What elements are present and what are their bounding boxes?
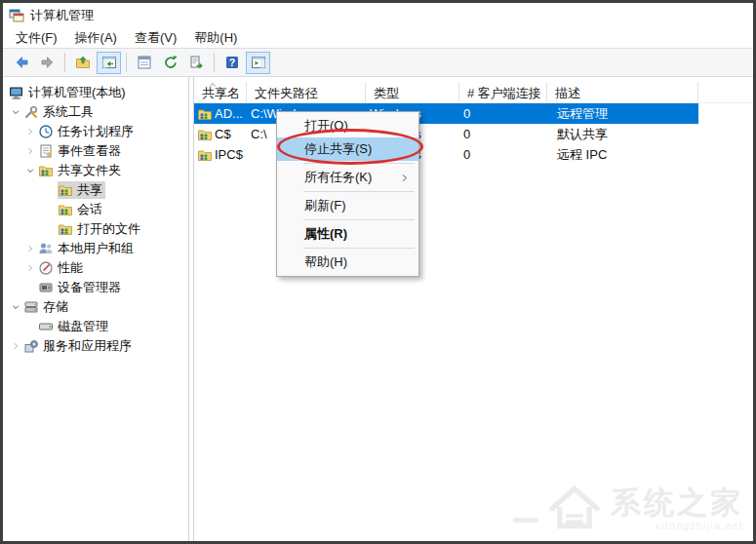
menu-separator <box>303 219 415 220</box>
sessions-icon <box>58 202 74 217</box>
properties-icon <box>137 55 152 70</box>
context-menu-item-refresh[interactable]: 刷新(F) <box>277 194 418 217</box>
tree-item-label: 存储 <box>40 298 68 316</box>
refresh-icon <box>163 55 179 70</box>
share-connections: 0 <box>459 124 547 144</box>
open-files-icon <box>58 221 74 237</box>
sort-ascending-icon <box>208 82 218 90</box>
submenu-arrow-icon <box>399 172 410 186</box>
tree-item-system-tools[interactable]: 系统工具 <box>3 102 188 122</box>
tree-item-task-scheduler[interactable]: 任务计划程序 <box>3 122 188 141</box>
tree-item-computer-management[interactable]: 计算机管理(本地) <box>3 83 188 102</box>
menu-separator <box>303 163 415 164</box>
back-button[interactable] <box>9 52 33 74</box>
tree-item-label: 系统工具 <box>40 103 94 121</box>
watermark: 系统之家 xitongzhijia.net <box>513 483 743 535</box>
share-description: 默认共享 <box>547 124 698 144</box>
up-folder-icon <box>75 55 91 70</box>
column-header-filler <box>698 82 753 102</box>
show-console-tree-button[interactable] <box>97 52 121 74</box>
menu-view[interactable]: 查看(V) <box>126 27 185 49</box>
chevron-right-icon[interactable] <box>22 263 38 273</box>
console-tree-icon <box>101 55 117 70</box>
forward-button[interactable] <box>35 52 60 74</box>
chevron-down-icon[interactable] <box>8 302 23 312</box>
mmc-icon <box>9 8 24 23</box>
menu-separator <box>303 248 415 249</box>
chevron-right-icon[interactable] <box>22 146 38 156</box>
share-connections: 0 <box>459 144 547 165</box>
column-header-type[interactable]: 类型 <box>366 82 459 102</box>
context-menu-item-help[interactable]: 帮助(H) <box>277 251 418 274</box>
export-list-button[interactable] <box>184 52 209 74</box>
show-action-pane-button[interactable] <box>246 52 270 74</box>
tree-item-event-viewer[interactable]: 事件查看器 <box>3 141 188 161</box>
column-header-client-connections[interactable]: # 客户端连接 <box>459 82 547 102</box>
toolbar-separator <box>64 53 65 72</box>
chevron-right-icon[interactable] <box>22 127 38 136</box>
chevron-right-icon[interactable] <box>22 244 38 253</box>
help-button[interactable] <box>219 52 244 74</box>
column-header-label: 类型 <box>374 86 399 100</box>
watermark-title: 系统之家 <box>611 487 743 518</box>
export-list-icon <box>189 55 205 70</box>
refresh-button[interactable] <box>158 52 182 74</box>
context-menu-item-properties[interactable]: 属性(R) <box>277 222 418 246</box>
tree-item-performance[interactable]: 性能 <box>3 258 188 278</box>
action-pane-icon <box>251 55 266 70</box>
tree-item-label: 共享 <box>74 181 102 199</box>
tree-item-disk-management[interactable]: 磁盘管理 <box>3 317 188 336</box>
context-menu-item-open[interactable]: 打开(O) <box>277 114 418 137</box>
task-scheduler-icon <box>38 124 55 139</box>
forward-arrow-icon <box>40 55 56 70</box>
context-menu-item-stop-sharing[interactable]: 停止共享(S) <box>277 137 418 161</box>
menu-action[interactable]: 操作(A) <box>66 27 126 49</box>
tree-item-shares[interactable]: 共享 <box>3 180 188 200</box>
tree-item-label: 计算机管理(本地) <box>25 84 126 101</box>
disk-management-icon <box>38 319 55 334</box>
share-row-c-dollar[interactable]: C$ C:\ Windows 0 默认共享 <box>194 124 698 144</box>
tree-item-label: 性能 <box>55 259 83 277</box>
properties-button[interactable] <box>132 52 156 74</box>
watermark-subtitle: xitongzhijia.net <box>656 521 743 531</box>
menu-file[interactable]: 文件(F) <box>7 27 66 49</box>
context-menu: 打开(O) 停止共享(S) 所有任务(K) 刷新(F) 属性(R) 帮助(H) <box>276 111 419 277</box>
share-icon <box>197 127 213 142</box>
shared-folder-icon <box>38 163 55 178</box>
share-description: 远程管理 <box>547 103 698 124</box>
chevron-down-icon[interactable] <box>8 107 23 117</box>
chevron-right-icon[interactable] <box>8 341 23 351</box>
title-bar: 计算机管理 <box>3 3 753 27</box>
tree-item-shared-folders[interactable]: 共享文件夹 <box>3 161 188 180</box>
menu-bar: 文件(F) 操作(A) 查看(V) 帮助(H) <box>3 27 753 49</box>
menu-help[interactable]: 帮助(H) <box>185 27 246 49</box>
tree-item-sessions[interactable]: 会话 <box>3 200 188 219</box>
share-row-admin[interactable]: AD... C:\Windows Windows 0 远程管理 <box>194 103 698 124</box>
column-header-share-name[interactable]: 共享名 <box>194 82 247 102</box>
tree-item-services-applications[interactable]: 服务和应用程序 <box>3 336 188 356</box>
back-arrow-icon <box>14 55 29 70</box>
tree-item-local-users-groups[interactable]: 本地用户和组 <box>3 239 188 258</box>
house-icon <box>546 483 603 535</box>
watermark-dash <box>513 518 538 523</box>
tree-item-storage[interactable]: 存储 <box>3 297 188 317</box>
column-header-description[interactable]: 描述 <box>547 82 698 102</box>
tools-icon <box>23 104 40 120</box>
storage-icon <box>23 299 40 315</box>
context-menu-item-all-tasks[interactable]: 所有任务(K) <box>277 166 418 189</box>
column-header-folder-path[interactable]: 文件夹路径 <box>247 82 366 102</box>
tree-item-label: 事件查看器 <box>55 142 121 160</box>
console-tree: 计算机管理(本地) 系统工具 任务计划程序 事件查看器 共享文件夹 共享 <box>3 77 189 541</box>
chevron-down-icon[interactable] <box>22 166 38 175</box>
column-header-label: 描述 <box>555 86 580 100</box>
up-one-level-button[interactable] <box>70 52 95 74</box>
share-icon <box>197 106 213 122</box>
tree-item-device-manager[interactable]: 设备管理器 <box>3 278 188 297</box>
share-description: 远程 IPC <box>547 144 698 165</box>
column-header-label: 文件夹路径 <box>255 86 318 100</box>
share-row-ipc-dollar[interactable]: IPC$ Windows 0 远程 IPC <box>194 144 698 165</box>
tree-item-open-files[interactable]: 打开的文件 <box>3 219 188 239</box>
share-icon <box>197 147 213 163</box>
toolbar-separator <box>126 53 127 72</box>
performance-icon <box>38 260 55 276</box>
